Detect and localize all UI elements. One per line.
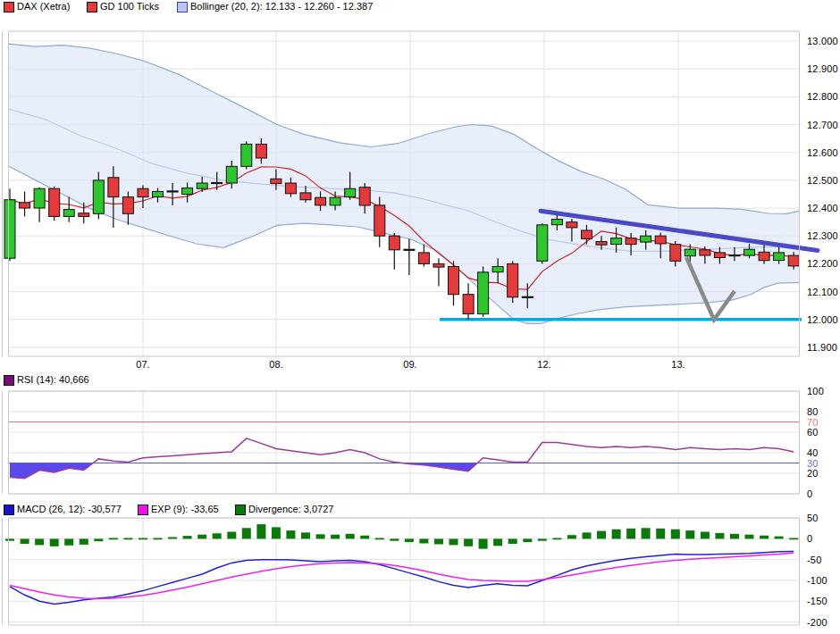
legend-rsi-label: RSI (14): 40,666 bbox=[17, 374, 89, 385]
macd-y-tick-label: -100 bbox=[807, 575, 839, 586]
main-y-tick-label: 12.300 bbox=[807, 230, 839, 241]
rsi-y-tick-label: 60 bbox=[807, 427, 839, 438]
day-tick-label: 12. bbox=[529, 359, 559, 370]
macd-y-tick-label: -200 bbox=[807, 617, 839, 628]
main-y-tick-label: 12.100 bbox=[807, 287, 839, 297]
main-y-tick-label: 12.500 bbox=[807, 175, 839, 186]
day-tick-label: 09. bbox=[395, 359, 425, 370]
main-y-tick-label: 12.400 bbox=[807, 203, 839, 213]
macd-y-tick-label: -150 bbox=[807, 596, 839, 606]
main-y-tick-label: 11.900 bbox=[807, 342, 839, 353]
main-y-tick-label: 12.700 bbox=[807, 120, 839, 130]
rsi-y-tick-label: 0 bbox=[807, 488, 839, 499]
main-y-tick-label: 12.800 bbox=[807, 91, 839, 102]
legend-macd-label: MACD (26, 12): -30,577 bbox=[17, 504, 122, 514]
day-tick-label: 08. bbox=[261, 359, 291, 370]
legend-divergence-label: Divergence: 3,0727 bbox=[248, 504, 333, 514]
divergence-series-swatch-icon bbox=[235, 505, 246, 515]
day-tick-label: 07. bbox=[128, 359, 158, 370]
legend-exp-label: EXP (9): -33,65 bbox=[151, 504, 219, 514]
rsi-y-tick-label: 80 bbox=[807, 406, 839, 417]
main-y-tick-label: 12.600 bbox=[807, 147, 839, 158]
exp-series-swatch-icon bbox=[138, 505, 148, 515]
macd-y-tick-label: 0 bbox=[807, 533, 839, 544]
bollinger-series-swatch-icon bbox=[177, 2, 188, 13]
rsi-y-tick-label: 40 bbox=[807, 447, 839, 458]
rsi-y-tick-label: 20 bbox=[807, 468, 839, 479]
chart-canvas[interactable] bbox=[0, 0, 840, 634]
day-tick-label: 13. bbox=[663, 359, 693, 370]
gd100-series-swatch-icon bbox=[87, 2, 97, 13]
dax-series-swatch-icon bbox=[4, 2, 14, 13]
main-y-tick-label: 12.900 bbox=[807, 63, 839, 74]
chart-application: { "colors": { "candle_up": "#2ec52e", "c… bbox=[0, 0, 840, 634]
legend-dax-label: DAX (Xetra) bbox=[17, 1, 70, 12]
main-y-tick-label: 12.200 bbox=[807, 258, 839, 269]
legend-gd100-label: GD 100 Ticks bbox=[100, 1, 159, 12]
rsi-y-tick-label: 100 bbox=[807, 386, 839, 396]
main-y-tick-label: 12.000 bbox=[807, 314, 839, 325]
macd-series-swatch-icon bbox=[4, 505, 14, 515]
macd-y-tick-label: -50 bbox=[807, 555, 839, 565]
rsi-y-tick-label: 70 bbox=[807, 417, 839, 428]
rsi-series-swatch-icon bbox=[4, 375, 14, 386]
legend-bollinger-label: Bollinger (20, 2): 12.133 - 12.260 - 12.… bbox=[190, 1, 373, 12]
main-y-tick-label: 13.000 bbox=[807, 36, 839, 46]
macd-y-tick-label: 50 bbox=[807, 513, 839, 523]
rsi-y-tick-label: 30 bbox=[807, 458, 839, 469]
